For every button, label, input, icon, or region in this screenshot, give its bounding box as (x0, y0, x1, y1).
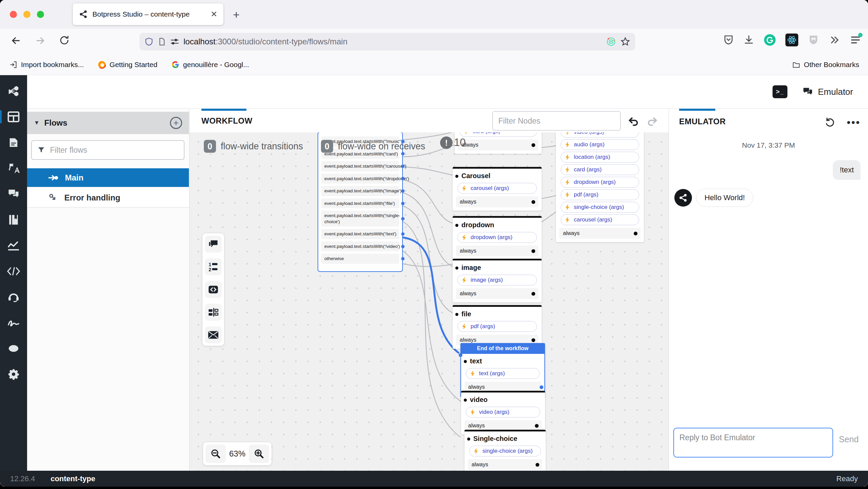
botpress-logo-icon[interactable] (6, 83, 21, 99)
output-port[interactable] (536, 463, 539, 467)
sidebar-flows-icon[interactable] (6, 109, 21, 125)
transition-condition-row[interactable]: otherwise (321, 254, 399, 264)
sidebar-translations-icon[interactable] (6, 161, 21, 176)
send-button[interactable]: Send (839, 434, 859, 444)
sidebar-conversations-icon[interactable] (6, 186, 21, 202)
node-action[interactable]: dropdown (args) (561, 177, 639, 188)
node-action[interactable]: carousel (args) (457, 183, 537, 194)
pocket-icon[interactable] (723, 34, 734, 46)
emulator-menu-icon[interactable]: ••• (847, 117, 861, 128)
transition-condition-row[interactable]: event.payload.text.startsWith('!video') (321, 241, 399, 252)
minimize-window-button[interactable] (23, 11, 30, 18)
node-transition[interactable]: always (456, 288, 538, 299)
workflow-node-on-receive[interactable]: video (args)audio (args)location (args)c… (556, 132, 644, 242)
sidebar-code-icon[interactable] (6, 263, 21, 279)
node-action[interactable]: dropdown (args) (457, 232, 537, 243)
zoom-out-button[interactable] (205, 445, 226, 463)
tracking-protection-shield-icon[interactable] (144, 37, 154, 47)
workflow-node[interactable]: Carouselcarousel (args)always (453, 167, 542, 211)
transition-output-port[interactable] (401, 140, 405, 143)
tab-close-icon[interactable]: ✕ (211, 9, 217, 19)
app-menu-icon[interactable] (850, 34, 861, 46)
node-transition[interactable]: always (456, 196, 538, 207)
workflow-node[interactable]: Single-choicesingle-choice (args)always (464, 430, 546, 471)
sidebar-content-icon[interactable] (6, 135, 21, 150)
node-transition[interactable]: always (468, 459, 542, 470)
collapse-caret-icon[interactable]: ▼ (34, 120, 40, 126)
output-port[interactable] (531, 200, 535, 204)
node-action[interactable]: pdf (args) (457, 321, 537, 332)
workflow-node[interactable]: imageimage (args)always (453, 259, 542, 302)
flow-filter-input[interactable] (50, 146, 178, 155)
sidebar-settings-icon[interactable] (6, 366, 21, 382)
node-action[interactable]: card (args) (561, 164, 639, 175)
node-transition[interactable]: always (458, 140, 538, 150)
add-say-node-button[interactable] (205, 236, 222, 253)
react-devtools-icon[interactable] (785, 34, 798, 46)
url-text[interactable]: localhost:3000/studio/content-type/flows… (183, 37, 602, 46)
output-port[interactable] (531, 338, 535, 342)
add-split-node-button[interactable] (205, 304, 222, 321)
workflow-node[interactable]: filepdf (args)always (453, 305, 542, 349)
redo-icon[interactable] (647, 115, 658, 126)
flow-wide-transitions-node[interactable]: event.payload.text.startsWith("!music")e… (318, 132, 403, 272)
output-port[interactable] (531, 143, 535, 147)
emulator-toggle-button[interactable]: Emulator (802, 87, 853, 97)
transition-condition-row[interactable]: event.payload.text.startsWith('!file') (321, 198, 399, 209)
transition-output-port[interactable] (401, 245, 405, 248)
transition-output-port[interactable] (401, 165, 405, 168)
workflow-node[interactable]: dropdowndropdown (args)always (453, 216, 542, 260)
workflow-node[interactable]: videovideo (args)always (461, 391, 545, 434)
node-action[interactable]: location (args) (561, 152, 639, 163)
node-action[interactable]: card (args) (459, 132, 537, 137)
close-window-button[interactable] (10, 11, 17, 18)
back-icon[interactable] (10, 35, 22, 46)
node-action[interactable]: audio (args) (561, 139, 639, 150)
transition-condition-row[interactable]: event.payload.text.startsWith('!single-c… (321, 211, 399, 227)
zoom-in-button[interactable] (249, 445, 269, 463)
sidebar-misc-icon[interactable] (6, 341, 21, 356)
add-code-node-button[interactable] (205, 281, 222, 298)
output-port[interactable] (634, 232, 637, 235)
sidebar-item-main-flow[interactable]: Main (27, 168, 189, 187)
node-action[interactable]: single-choice (args) (561, 202, 639, 213)
node-action[interactable]: video (args) (466, 407, 540, 418)
transition-condition-row[interactable]: event.payload.text.startsWith('!image') (321, 186, 399, 196)
add-intent-node-button[interactable] (205, 326, 222, 343)
node-action[interactable]: video (args) (561, 132, 639, 137)
workflow-canvas[interactable]: 0 flow-wide transitions 0 flow-wide on r… (190, 132, 669, 471)
transition-output-port[interactable] (401, 189, 405, 193)
bookmark-import[interactable]: Import bookmarks... (9, 60, 84, 69)
browser-tab[interactable]: Botpress Studio – content-type ✕ (73, 3, 223, 25)
reply-input[interactable] (679, 433, 827, 452)
downloads-icon[interactable] (743, 34, 754, 46)
overflow-chevrons-icon[interactable] (829, 34, 840, 46)
transition-condition-row[interactable]: event.payload.text.startsWith('!card') (321, 149, 399, 159)
transition-condition-row[interactable]: event.payload.text.startsWith('!dropdown… (321, 174, 399, 184)
sidebar-signature-icon[interactable] (6, 315, 21, 331)
transition-condition-row[interactable]: event.payload.text.startsWith("!music") (321, 136, 399, 147)
node-action[interactable]: single-choice (args) (469, 446, 541, 456)
bookmark-star-icon[interactable] (620, 37, 630, 47)
reset-conversation-icon[interactable] (825, 117, 836, 128)
workflow-node-card[interactable]: card (args) always (455, 132, 542, 154)
undo-icon[interactable] (628, 115, 639, 126)
other-bookmarks[interactable]: Other Bookmarks (792, 61, 859, 69)
terminal-button[interactable]: >_ (773, 85, 787, 98)
maximize-window-button[interactable] (37, 11, 44, 18)
node-action[interactable]: image (args) (457, 275, 537, 285)
output-port[interactable] (535, 424, 539, 428)
bookmark-getting-started[interactable]: Getting Started (97, 60, 157, 69)
forward-icon[interactable] (35, 35, 46, 46)
sidebar-analytics-icon[interactable] (6, 238, 21, 253)
add-flow-button[interactable]: + (170, 117, 182, 129)
add-list-node-button[interactable]: 12 (205, 258, 222, 275)
workflow-node[interactable]: End of the workflowtexttext (args)always (460, 343, 545, 397)
node-transition[interactable]: always (559, 228, 641, 239)
transition-condition-row[interactable]: event.payload.text.startsWith('!text') (321, 229, 399, 239)
node-action[interactable]: carousel (args) (561, 214, 639, 225)
output-port[interactable] (531, 292, 535, 296)
flows-panel-header[interactable]: ▼ Flows + (27, 112, 189, 134)
transition-output-port[interactable] (401, 202, 405, 205)
bookmark-google[interactable]: genouillère - Googl... (171, 60, 249, 69)
